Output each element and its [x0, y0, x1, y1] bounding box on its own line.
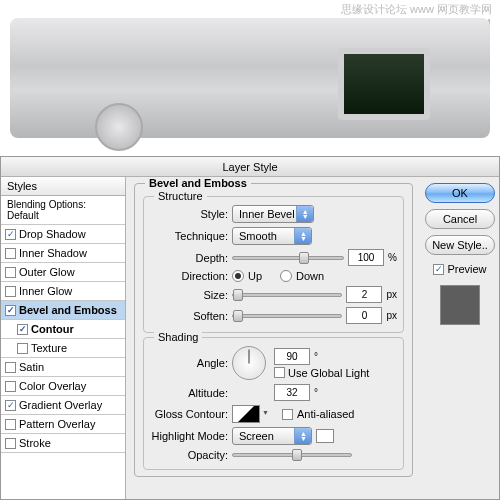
style-label: Stroke: [19, 437, 51, 449]
style-checkbox[interactable]: [5, 438, 16, 449]
style-item-pattern-overlay[interactable]: Pattern Overlay: [1, 415, 125, 434]
anti-aliased-checkbox[interactable]: [282, 409, 293, 420]
ok-button[interactable]: OK: [425, 183, 495, 203]
buttons-column: OK Cancel New Style.. ✓ Preview: [421, 177, 499, 499]
style-item-satin[interactable]: Satin: [1, 358, 125, 377]
depth-slider[interactable]: [232, 256, 344, 260]
style-label: Inner Shadow: [19, 247, 87, 259]
style-item-gradient-overlay[interactable]: ✓Gradient Overlay: [1, 396, 125, 415]
style-item-color-overlay[interactable]: Color Overlay: [1, 377, 125, 396]
size-unit: px: [386, 289, 397, 300]
style-item-inner-shadow[interactable]: Inner Shadow: [1, 244, 125, 263]
blending-options-row[interactable]: Blending Options: Default: [1, 196, 125, 225]
style-label: Color Overlay: [19, 380, 86, 392]
style-label: Outer Glow: [19, 266, 75, 278]
preview-label: Preview: [447, 263, 486, 275]
gloss-contour-label: Gloss Contour:: [150, 408, 228, 420]
settings-column: Bevel and Emboss Structure Style: Inner …: [126, 177, 421, 499]
style-checkbox[interactable]: [5, 286, 16, 297]
altitude-label: Altitude:: [150, 387, 228, 399]
style-checkbox[interactable]: [5, 267, 16, 278]
highlight-mode-select[interactable]: Screen▲▼: [232, 427, 312, 445]
dialog-title: Layer Style: [222, 161, 277, 173]
depth-label: Depth:: [150, 252, 228, 264]
style-label: Texture: [31, 342, 67, 354]
layer-style-dialog: Layer Style Styles Blending Options: Def…: [0, 156, 500, 500]
style-label: Inner Glow: [19, 285, 72, 297]
style-label: Pattern Overlay: [19, 418, 95, 430]
style-label: Contour: [31, 323, 74, 335]
global-light-label: Use Global Light: [288, 367, 369, 379]
depth-unit: %: [388, 252, 397, 263]
style-checkbox[interactable]: [5, 248, 16, 259]
size-field[interactable]: [346, 286, 382, 303]
style-label: Style:: [150, 208, 228, 220]
new-style-button[interactable]: New Style..: [425, 235, 495, 255]
style-label: Drop Shadow: [19, 228, 86, 240]
chevron-updown-icon: ▲▼: [300, 431, 307, 441]
global-light-checkbox[interactable]: [274, 367, 285, 378]
shading-group: Shading Angle: ° Use Global Light: [143, 337, 404, 470]
down-label: Down: [296, 270, 324, 282]
altitude-field[interactable]: [274, 384, 310, 401]
soften-label: Soften:: [150, 310, 228, 322]
technique-select[interactable]: Smooth▲▼: [232, 227, 312, 245]
angle-label: Angle:: [150, 357, 228, 369]
dialog-titlebar: Layer Style: [1, 157, 499, 177]
size-slider[interactable]: [232, 293, 342, 297]
soften-slider[interactable]: [232, 314, 342, 318]
camera-illustration: [10, 18, 490, 138]
style-checkbox[interactable]: [5, 362, 16, 373]
direction-down-radio[interactable]: [280, 270, 292, 282]
styles-list: ✓Drop ShadowInner ShadowOuter GlowInner …: [1, 225, 125, 453]
style-item-contour[interactable]: ✓Contour: [1, 320, 125, 339]
angle-field[interactable]: [274, 348, 310, 365]
preview-checkbox[interactable]: ✓: [433, 264, 444, 275]
style-checkbox[interactable]: ✓: [5, 305, 16, 316]
up-label: Up: [248, 270, 262, 282]
chevron-updown-icon: ▲▼: [302, 209, 309, 219]
chevron-updown-icon: ▲▼: [300, 231, 307, 241]
style-label: Gradient Overlay: [19, 399, 102, 411]
size-label: Size:: [150, 289, 228, 301]
fieldset-title: Bevel and Emboss: [145, 177, 251, 189]
style-label: Bevel and Emboss: [19, 304, 117, 316]
style-checkbox[interactable]: ✓: [5, 400, 16, 411]
cancel-button[interactable]: Cancel: [425, 209, 495, 229]
preview-swatch: [440, 285, 480, 325]
bevel-emboss-fieldset: Bevel and Emboss Structure Style: Inner …: [134, 183, 413, 477]
preview-row: ✓ Preview: [433, 263, 486, 275]
highlight-color-swatch[interactable]: [316, 429, 334, 443]
structure-group: Structure Style: Inner Bevel▲▼ Technique…: [143, 196, 404, 333]
highlight-mode-label: Highlight Mode:: [150, 430, 228, 442]
style-label: Satin: [19, 361, 44, 373]
soften-unit: px: [386, 310, 397, 321]
structure-title: Structure: [154, 190, 207, 202]
gloss-contour-picker[interactable]: [232, 405, 260, 423]
style-item-inner-glow[interactable]: Inner Glow: [1, 282, 125, 301]
direction-up-radio[interactable]: [232, 270, 244, 282]
style-item-outer-glow[interactable]: Outer Glow: [1, 263, 125, 282]
style-item-drop-shadow[interactable]: ✓Drop Shadow: [1, 225, 125, 244]
style-checkbox[interactable]: [5, 419, 16, 430]
soften-field[interactable]: [346, 307, 382, 324]
styles-column: Styles Blending Options: Default ✓Drop S…: [1, 177, 126, 499]
style-checkbox[interactable]: ✓: [17, 324, 28, 335]
style-select[interactable]: Inner Bevel▲▼: [232, 205, 314, 223]
style-checkbox[interactable]: [17, 343, 28, 354]
technique-label: Technique:: [150, 230, 228, 242]
angle-dial[interactable]: [232, 346, 266, 380]
shading-title: Shading: [154, 331, 202, 343]
direction-label: Direction:: [150, 270, 228, 282]
style-checkbox[interactable]: ✓: [5, 229, 16, 240]
opacity-label: Opacity:: [150, 449, 228, 461]
style-item-texture[interactable]: Texture: [1, 339, 125, 358]
style-item-bevel-and-emboss[interactable]: ✓Bevel and Emboss: [1, 301, 125, 320]
opacity-slider[interactable]: [232, 453, 352, 457]
styles-header[interactable]: Styles: [1, 177, 125, 196]
style-item-stroke[interactable]: Stroke: [1, 434, 125, 453]
anti-aliased-label: Anti-aliased: [297, 408, 354, 420]
style-checkbox[interactable]: [5, 381, 16, 392]
dialog-body: Styles Blending Options: Default ✓Drop S…: [1, 177, 499, 499]
depth-field[interactable]: [348, 249, 384, 266]
